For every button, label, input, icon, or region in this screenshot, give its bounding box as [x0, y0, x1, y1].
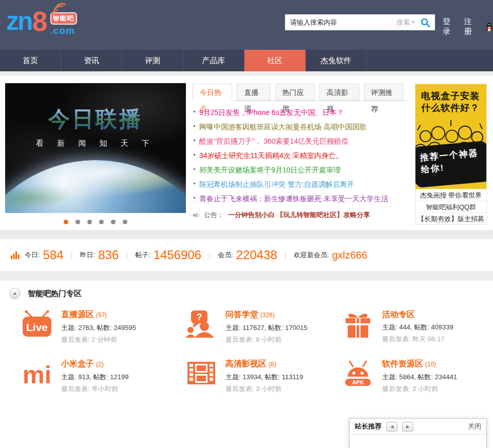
tab[interactable]: 评测推荐 — [364, 84, 404, 101]
forum-count: (8) — [269, 361, 276, 368]
bullet-icon — [194, 168, 195, 170]
ad-link[interactable]: 智能吧福利QQ群 — [415, 201, 486, 212]
news-link[interactable]: 酷派“背后捅刀子”， 360索要14亿美元巨额赔偿 — [199, 137, 348, 145]
sidebar-ad: 电视盒子安装 什么软件好？ 推荐一个神器 给你! 杰兔画报 带你看世界智能 — [415, 84, 487, 225]
forum-title-link[interactable]: 活动专区 — [382, 310, 415, 319]
qa-icon: ? — [185, 309, 218, 338]
bullet-icon — [194, 140, 195, 141]
ad-splash: 推荐一个神器 给你! — [415, 140, 486, 188]
carousel-dot[interactable] — [111, 220, 116, 224]
carousel-dot[interactable] — [123, 220, 127, 224]
forum-last: 最后发表: 3 小时前 — [225, 384, 303, 394]
carousel-dot[interactable] — [99, 220, 104, 224]
news-item[interactable]: 陈冠希机场制止插队引冲突 警方:自愿调解后离开 — [193, 177, 408, 191]
news-link[interactable]: 网曝中国游客因航班延误大闹曼谷机场 高唱中国国歌 — [199, 123, 367, 131]
forum-meta: 主题: 913, 帖数: 12199 — [61, 373, 129, 382]
stat-posts-label: 帖子: — [135, 250, 150, 260]
collapse-button[interactable]: ▲ — [9, 288, 21, 299]
news-link[interactable]: 9月25日发售，iPhone 6s首发无中国、日本？ — [199, 108, 344, 116]
auth-links: 登录 注册 — [443, 17, 493, 36]
nav-item[interactable]: 评测 — [122, 50, 183, 71]
close-button[interactable]: 关闭 — [468, 422, 481, 431]
ad-link[interactable]: 【长期有效】版主招募 — [415, 212, 486, 224]
tab[interactable]: 高清影视 — [319, 84, 359, 101]
forum-item[interactable]: Live直播源区(57)主题: 2763, 帖数: 249595最后发表: 2 … — [21, 309, 185, 344]
news-item[interactable]: 酷派“背后捅刀子”， 360索要14亿美元巨额赔偿 — [193, 134, 408, 148]
section-header: ▲ 智能吧热门专区 — [0, 281, 493, 302]
news-link[interactable]: 34岁硕士研究生11天捐精4次 采精室内身亡。 — [199, 151, 343, 160]
android-icon: APK — [342, 359, 374, 387]
news-list: 9月25日发售，iPhone 6s首发无中国、日本？网曝中国游客因航班延误大闹曼… — [193, 105, 408, 206]
forum-text: 活动专区主题: 444, 帖数: 409339最后发表: 昨天 06:17 — [382, 309, 453, 344]
forum-title-row: 问答学堂(326) — [225, 309, 307, 320]
chevron-down-icon: ▼ — [411, 20, 415, 25]
nav-item[interactable]: 资讯 — [61, 50, 122, 71]
main-card: 今日联播 看 新 闻 知 天 下 今日热点直播源热门应用高清影视评测推荐 9月2… — [0, 76, 493, 231]
nav-item[interactable]: 社区 — [244, 50, 306, 71]
forum-meta: 主题: 13934, 帖数: 113119 — [225, 373, 303, 382]
news-item[interactable]: 郭美美开设赌场案将于9月10日公开开庭审理 — [193, 163, 408, 177]
news-item[interactable]: 网曝中国游客因航班延误大闹曼谷机场 高唱中国国歌 — [193, 120, 408, 134]
news-link[interactable]: 郭美美开设赌场案将于9月10日公开开庭审理 — [199, 166, 340, 174]
search-category-dropdown[interactable]: 搜索 ▼ — [396, 18, 415, 27]
forum-title-link[interactable]: 软件资源区 — [382, 359, 423, 368]
carousel-dot[interactable] — [64, 220, 68, 224]
login-link[interactable]: 登录 — [443, 17, 456, 36]
forum-grid: Live直播源区(57)主题: 2763, 帖数: 249595最后发表: 2 … — [0, 302, 493, 394]
forum-title-link[interactable]: 直播源区 — [61, 310, 94, 319]
forum-item[interactable]: ?问答学堂(326)主题: 117627, 帖数: 170015最后发表: 8 … — [185, 309, 342, 344]
stat-welcome-value[interactable]: gxlz666 — [332, 249, 367, 261]
next-button[interactable]: ▶ — [402, 422, 413, 432]
forum-last: 最后发表: 2 分钟前 — [61, 335, 136, 344]
news-link[interactable]: 青春止于飞来横祸：新生惨遭铁板砸死 未享受一天大学生活 — [199, 194, 388, 203]
forum-title-link[interactable]: 高清影视区 — [225, 359, 267, 368]
divider: | — [71, 251, 73, 260]
carousel-dot[interactable] — [87, 220, 92, 224]
announcement-bar: 公告： 一分钟告别小白 【玩儿转智能吧社区】攻略分享 — [193, 210, 408, 220]
forum-text: 直播源区(57)主题: 2763, 帖数: 249595最后发表: 2 分钟前 — [61, 309, 136, 344]
main-nav: 首页资讯评测产品库社区杰兔软件 — [0, 50, 493, 71]
forum-title-link[interactable]: 小米盒子 — [61, 359, 94, 368]
tab[interactable]: 直播源 — [237, 84, 270, 101]
nav-item[interactable]: 首页 — [0, 50, 61, 71]
search-icon — [420, 17, 430, 28]
site-logo[interactable]: zn 8 智能吧 .com — [6, 6, 77, 36]
bullet-icon — [194, 125, 195, 127]
news-item[interactable]: 34岁硕士研究生11天捐精4次 采精室内身亡。 — [193, 148, 408, 163]
nav-item[interactable]: 杰兔软件 — [306, 50, 367, 71]
register-link[interactable]: 注册 — [464, 17, 477, 36]
ad-banner[interactable]: 电视盒子安装 什么软件好？ 推荐一个神器 给你! — [415, 84, 486, 189]
forum-item[interactable]: mi小米盒子(2)主题: 913, 帖数: 12199最后发表: 半小时前 — [21, 359, 185, 394]
carousel-slide[interactable]: 今日联播 看 新 闻 知 天 下 — [5, 83, 186, 213]
announcement-link[interactable]: 一分钟告别小白 【玩儿转智能吧社区】攻略分享 — [228, 210, 370, 220]
news-item[interactable]: 9月25日发售，iPhone 6s首发无中国、日本？ — [193, 105, 408, 120]
nav-item[interactable]: 产品库 — [183, 50, 244, 71]
stat-yesterday-value: 836 — [98, 248, 119, 262]
slide-subtitle: 看 新 闻 知 天 下 — [5, 139, 186, 148]
prev-button[interactable]: ◀ — [386, 422, 397, 432]
search-input[interactable] — [285, 18, 396, 26]
forum-meta: 主题: 117627, 帖数: 170015 — [225, 323, 307, 333]
qq-icon[interactable] — [485, 22, 493, 32]
tab[interactable]: 热门应用 — [275, 84, 315, 101]
tab-strip: 今日热点直播源热门应用高清影视评测推荐 — [193, 84, 408, 101]
news-item[interactable]: 青春止于飞来横祸：新生惨遭铁板砸死 未享受一天大学生活 — [193, 191, 408, 206]
carousel-dot[interactable] — [75, 220, 80, 224]
forum-item[interactable]: 高清影视区(8)主题: 13934, 帖数: 113119最后发表: 3 小时前 — [185, 359, 342, 394]
search-button[interactable] — [415, 17, 435, 28]
forum-count: (10) — [425, 361, 436, 368]
hot-tabs-area: 今日热点直播源热门应用高清影视评测推荐 9月25日发售，iPhone 6s首发无… — [193, 84, 408, 220]
forum-title-row: 高清影视区(8) — [225, 359, 303, 369]
ad-link[interactable]: 杰兔画报 带你看世界 — [415, 189, 486, 201]
tab[interactable]: 今日热点 — [193, 84, 232, 101]
forum-item[interactable]: 活动专区主题: 444, 帖数: 409339最后发表: 昨天 06:17 — [342, 309, 493, 344]
forum-last: 最后发表: 2 小时前 — [382, 384, 457, 394]
forum-count: (2) — [96, 361, 104, 368]
recommend-panel-title: 站长推荐 — [355, 422, 382, 431]
news-link[interactable]: 陈冠希机场制止插队引冲突 警方:自愿调解后离开 — [199, 180, 354, 188]
header: zn 8 智能吧 .com 搜索 ▼ 登录 注册 — [0, 0, 493, 50]
forum-item[interactable]: APK软件资源区(10)主题: 5864, 帖数: 234441最后发表: 2 … — [342, 359, 493, 394]
forum-title-link[interactable]: 问答学堂 — [225, 310, 258, 319]
forum-count: (57) — [96, 311, 107, 319]
chevron-up-icon: ▲ — [10, 288, 20, 299]
